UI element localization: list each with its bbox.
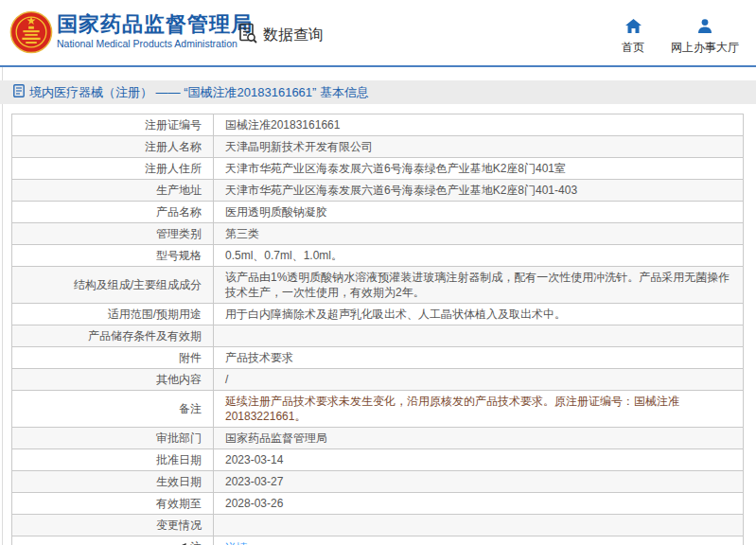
row-label: 注册人名称 [145,140,202,153]
row-value-cell: 天津市华苑产业区海泰发展六道6号海泰绿色产业基地K2座8门401-403 [214,180,744,202]
row-label: 注 [190,540,202,545]
table-row: 注册人名称天津晶明新技术开发有限公司 [12,136,744,158]
org-name-english: National Medical Products Administration [57,37,253,51]
row-value: 国械注准20183161661 [225,118,340,132]
site-header: 国家药品监督管理局 National Medical Products Admi… [0,0,756,67]
row-label: 变更情况 [156,519,202,532]
data-query-nav[interactable]: 数据查询 [238,23,324,47]
row-value-cell: 该产品由1%透明质酸钠水溶液预灌装进玻璃注射器制成，配有一次性使用冲洗针。产品采… [214,267,744,304]
row-value-cell: 天津晶明新技术开发有限公司 [214,136,744,158]
row-value: 天津市华苑产业区海泰发展六道6号海泰绿色产业基地K2座8门401室 [225,162,566,175]
row-value: 第三类 [225,227,259,240]
table-row: 审批部门国家药品监督管理局 [12,428,744,449]
table-row: 注详情 [12,536,744,545]
row-value-cell: 2023-03-27 [214,471,744,493]
row-value: 国家药品监督管理局 [225,431,327,445]
registration-info-table: 注册证编号国械注准20183161661注册人名称天津晶明新技术开发有限公司注册… [11,114,744,545]
row-value: 该产品由1%透明质酸钠水溶液预灌装进玻璃注射器制成，配有一次性使用冲洗针。产品采… [225,271,730,299]
row-label-cell: 注 [12,536,214,545]
megaphone-icon [177,541,187,545]
row-label: 附件 [179,351,202,364]
row-label-cell: 注册人住所 [12,158,214,180]
table-row: 有效期至2028-03-26 [12,493,744,515]
data-query-icon [238,23,258,47]
data-query-label: 数据查询 [263,26,324,45]
info-table-body: 注册证编号国械注准20183161661注册人名称天津晶明新技术开发有限公司注册… [12,114,744,545]
row-label: 管理类别 [156,227,202,240]
row-label: 有效期至 [156,497,202,510]
row-value-cell: 国家药品监督管理局 [214,428,744,449]
table-row: 型号规格0.5ml、0.7ml、1.0ml。 [12,245,744,267]
row-value: 2023-03-14 [225,453,283,466]
row-label-cell: 管理类别 [12,223,214,245]
row-value-cell: 2028-03-26 [214,493,744,515]
row-label: 生产地址 [156,184,202,197]
row-value-cell [214,325,744,347]
row-label-cell: 批准日期 [12,449,214,471]
row-value-cell: 延续注册产品技术要求未发生变化，沿用原核发的产品技术要求。原注册证编号：国械注准… [214,391,744,428]
row-value-cell: / [214,369,744,391]
row-value: 0.5ml、0.7ml、1.0ml。 [225,249,343,262]
row-label-cell: 适用范围/预期用途 [12,304,214,325]
table-row: 备注延续注册产品技术要求未发生变化，沿用原核发的产品技术要求。原注册证编号：国械… [12,391,744,428]
row-value: 2028-03-26 [225,497,283,510]
row-value-cell: 产品技术要求 [214,347,744,369]
org-title-block: 国家药品监督管理局 National Medical Products Admi… [57,12,253,51]
row-value-cell: 2023-03-14 [214,449,744,471]
nav-item-home[interactable]: 首页 [622,19,644,56]
row-label: 注册人住所 [145,162,202,175]
row-label: 注册证编号 [145,118,202,132]
row-value-cell: 详情 [214,536,744,545]
table-row: 产品储存条件及有效期 [12,325,744,347]
row-label: 生效日期 [156,475,202,488]
nav-item-service-hall[interactable]: 网上办事大厅 [671,19,739,56]
row-label-cell: 其他内容 [12,369,214,391]
row-value: 天津市华苑产业区海泰发展六道6号海泰绿色产业基地K2座8门401-403 [225,184,577,197]
row-label-cell: 结构及组成/主要组成成分 [12,267,214,304]
table-row: 产品名称医用透明质酸钠凝胶 [12,202,744,223]
table-row: 结构及组成/主要组成成分该产品由1%透明质酸钠水溶液预灌装进玻璃注射器制成，配有… [12,267,744,304]
row-label-cell: 产品储存条件及有效期 [12,325,214,347]
table-row: 变更情况 [12,515,744,536]
table-row: 其他内容/ [12,369,744,391]
row-label-cell: 生效日期 [12,471,214,493]
nav-hall-label: 网上办事大厅 [671,40,739,56]
row-label: 型号规格 [156,249,202,262]
home-icon [625,19,642,37]
row-value-cell: 国械注准20183161661 [214,114,744,136]
row-value: 产品技术要求 [225,351,293,364]
person-icon [697,19,712,37]
row-value: / [225,373,228,386]
table-row: 批准日期2023-03-14 [12,449,744,471]
row-value-cell: 医用透明质酸钠凝胶 [214,202,744,223]
row-value: 延续注册产品技术要求未发生变化，沿用原核发的产品技术要求。原注册证编号：国械注准… [225,395,679,423]
row-label-cell: 有效期至 [12,493,214,515]
table-row: 注册证编号国械注准20183161661 [12,114,744,136]
table-row: 管理类别第三类 [12,223,744,245]
table-row: 附件产品技术要求 [12,347,744,369]
top-nav: 首页 网上办事大厅 [622,19,739,56]
detail-link[interactable]: 详情 [225,541,248,545]
row-label-cell: 型号规格 [12,245,214,267]
row-label: 批准日期 [156,453,202,466]
national-emblem-logo [9,10,53,54]
table-row: 注册人住所天津市华苑产业区海泰发展六道6号海泰绿色产业基地K2座8门401室 [12,158,744,180]
row-value: 用于白内障摘除术及超声乳化吸出术、人工晶状体植入及取出术中。 [225,308,566,321]
row-label: 其他内容 [156,373,202,386]
row-label-cell: 附件 [12,347,214,369]
row-value-cell: 天津市华苑产业区海泰发展六道6号海泰绿色产业基地K2座8门401室 [214,158,744,180]
row-label: 审批部门 [156,431,202,445]
table-row: 生效日期2023-03-27 [12,471,744,493]
row-value: 医用透明质酸钠凝胶 [225,205,327,219]
row-label-cell: 注册证编号 [12,114,214,136]
row-label: 结构及组成/主要组成成分 [74,278,202,291]
row-value-cell: 0.5ml、0.7ml、1.0ml。 [214,245,744,267]
row-label-cell: 变更情况 [12,515,214,536]
breadcrumb: 境内医疗器械（注册） —— “国械注准20183161661” 基本信息 [29,84,369,101]
nav-home-label: 首页 [622,40,644,56]
row-label-cell: 生产地址 [12,180,214,202]
row-label: 备注 [179,402,202,415]
row-label-cell: 备注 [12,391,214,428]
table-row: 适用范围/预期用途用于白内障摘除术及超声乳化吸出术、人工晶状体植入及取出术中。 [12,304,744,325]
org-name: 国家药品监督管理局 [57,12,253,37]
